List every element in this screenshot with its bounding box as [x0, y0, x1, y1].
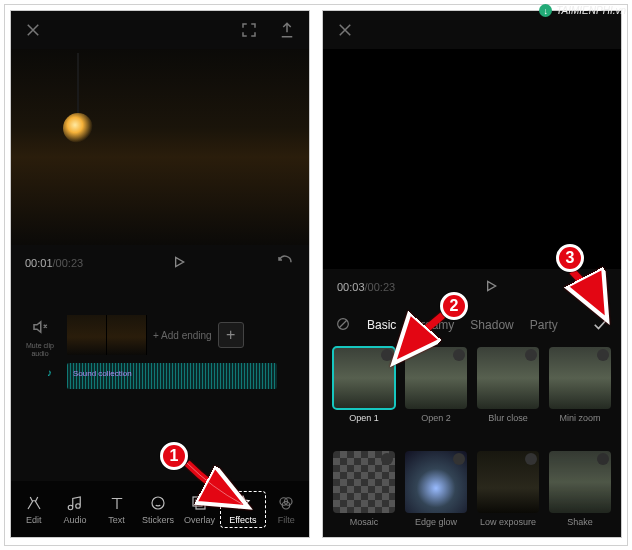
effect-thumb [549, 347, 611, 409]
effect-mosaic[interactable]: Mosaic [331, 451, 397, 538]
fullscreen-icon[interactable] [239, 20, 259, 40]
effect-thumb [333, 347, 395, 409]
effect-thumb [477, 347, 539, 409]
svg-point-0 [152, 497, 164, 509]
mute-clip-audio[interactable]: Mute clip audio [17, 317, 63, 358]
speaker-mute-icon [30, 317, 50, 337]
tool-filters[interactable]: Filte [266, 494, 307, 525]
annotation-arrow-2 [388, 310, 458, 374]
bottom-toolbar: Edit Audio Text Stickers Overlay Effects… [11, 481, 309, 537]
category-party[interactable]: Party [530, 318, 558, 332]
close-icon[interactable] [335, 20, 355, 40]
tool-text[interactable]: Text [96, 494, 137, 525]
play-button[interactable] [171, 254, 187, 272]
effect-low-exposure[interactable]: Low exposure [475, 451, 541, 538]
video-preview[interactable] [323, 49, 621, 269]
timeline[interactable]: Mute clip audio + Add ending + ♪ Sound c… [11, 281, 309, 423]
effect-blur-close[interactable]: Blur close [475, 347, 541, 443]
play-button[interactable] [483, 278, 499, 296]
preview-content [63, 113, 93, 143]
time-row: 00:01/00:23 [11, 245, 309, 281]
topbar [11, 11, 309, 49]
effect-shake[interactable]: Shake [547, 451, 613, 538]
annotation-bubble-2: 2 [440, 292, 468, 320]
close-icon[interactable] [23, 20, 43, 40]
time-display: 00:03/00:23 [337, 281, 395, 293]
time-display: 00:01/00:23 [25, 257, 83, 269]
effect-thumb [477, 451, 539, 513]
no-effect-icon[interactable] [335, 316, 351, 335]
export-icon[interactable] [277, 20, 297, 40]
effect-thumb [549, 451, 611, 513]
effect-edge-glow[interactable]: Edge glow [403, 451, 469, 538]
audio-track[interactable]: Sound collection [67, 363, 277, 389]
effects-grid: Open 1 Open 2 Blur close Mini zoom Mosai… [323, 345, 621, 538]
watermark: TAIMIENPHI.vn [539, 4, 626, 17]
video-preview[interactable] [11, 49, 309, 245]
watermark-text: TAIMIENPHI.vn [556, 5, 626, 16]
audio-track-icon: ♪ [47, 367, 52, 378]
tool-audio[interactable]: Audio [54, 494, 95, 525]
audio-clip-label: Sound collection [73, 369, 132, 378]
annotation-arrow-1 [182, 458, 262, 522]
annotation-bubble-1: 1 [160, 442, 188, 470]
effect-thumb [333, 451, 395, 513]
tool-stickers[interactable]: Stickers [137, 494, 178, 525]
category-shadow[interactable]: Shadow [470, 318, 513, 332]
clip-thumb[interactable] [107, 315, 147, 355]
undo-icon[interactable] [275, 253, 295, 273]
tool-edit[interactable]: Edit [13, 494, 54, 525]
add-ending[interactable]: + Add ending + [153, 322, 244, 348]
annotation-arrow-3 [562, 266, 622, 330]
annotation-bubble-3: 3 [556, 244, 584, 272]
effect-thumb [405, 451, 467, 513]
plus-icon[interactable]: + [218, 322, 244, 348]
clip-thumb[interactable] [67, 315, 107, 355]
clip-strip[interactable]: + Add ending + [67, 315, 244, 355]
effect-mini-zoom[interactable]: Mini zoom [547, 347, 613, 443]
